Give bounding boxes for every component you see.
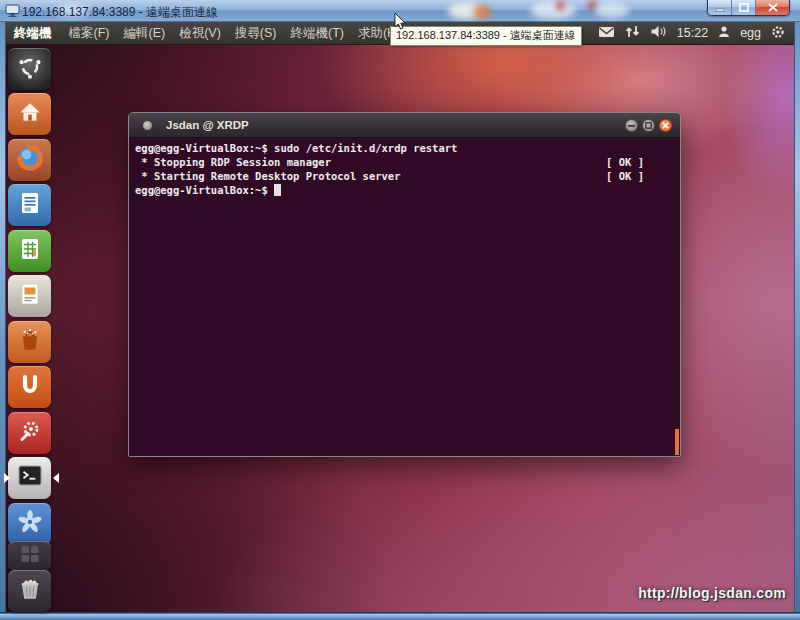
mouse-cursor: [394, 12, 407, 35]
menu-search[interactable]: 搜尋(S): [235, 25, 277, 42]
launcher-ubuntu-dash[interactable]: [8, 48, 51, 90]
status-ok: [ OK ]: [606, 169, 644, 183]
menu-edit[interactable]: 編輯(E): [123, 25, 165, 42]
user-icon[interactable]: [717, 25, 731, 42]
window-border-bottom: [0, 612, 800, 620]
terminal-minimize-button[interactable]: [625, 119, 638, 132]
focused-indicator-arrow: [53, 473, 59, 483]
glass-reflection: [473, 5, 491, 19]
software-center-bag-icon: [16, 326, 44, 358]
blue-shutter-icon: [16, 508, 44, 540]
session-gear-icon[interactable]: [770, 24, 786, 43]
glass-reflection: [530, 2, 576, 19]
terminal-close-button[interactable]: [659, 119, 672, 132]
launcher-system-settings[interactable]: [8, 412, 51, 454]
terminal-border-artifact: [675, 429, 679, 455]
terminal-window-controls: [625, 119, 672, 132]
launcher-libreoffice-calc[interactable]: [8, 230, 51, 272]
rdp-window-title: 192.168.137.84:3389 - 遠端桌面連線: [22, 4, 218, 21]
terminal-window-title: Jsdan @ XRDP: [166, 119, 249, 131]
launcher-workspace-switcher[interactable]: [8, 541, 51, 571]
mail-icon[interactable]: [598, 25, 615, 42]
ubuntu-one-u-icon: [17, 372, 43, 402]
menu-terminal[interactable]: 終端機(T): [290, 25, 343, 42]
close-button[interactable]: [756, 0, 789, 15]
minimize-button[interactable]: [708, 0, 732, 15]
remote-session-area: 終端機 檔案(F) 編輯(E) 檢視(V) 搜尋(S) 終端機(T) 求助(H)…: [6, 22, 794, 612]
terminal-prompt-icon: [16, 463, 44, 493]
launcher-ubuntu-one[interactable]: [8, 366, 51, 408]
launcher-libreoffice-writer[interactable]: [8, 184, 51, 226]
terminal-cursor: [274, 184, 281, 196]
firefox-icon: [15, 143, 45, 177]
ubuntu-logo-icon: [17, 54, 43, 84]
terminal-window: Jsdan @ XRDP egg@egg-Virtua: [128, 112, 681, 457]
clock[interactable]: 15:22: [677, 26, 708, 40]
user-name[interactable]: egg: [740, 26, 761, 40]
launcher-libreoffice-impress[interactable]: [8, 275, 51, 317]
terminal-line: egg@egg-VirtualBox:~$ sudo /etc/init.d/x…: [135, 141, 680, 155]
glass-reflection: [556, 1, 565, 10]
volume-icon[interactable]: [650, 24, 668, 42]
launcher-blue-shutter-app[interactable]: [8, 503, 51, 545]
connection-tooltip: 192.168.137.84:3389 - 遠端桌面連線: [390, 26, 582, 46]
terminal-line: * Stopping RDP Session manager[ OK ]: [135, 155, 680, 169]
calc-spreadsheet-icon: [17, 236, 43, 266]
rdp-remote-desktop-window: 192.168.137.84:3389 - 遠端桌面連線 終端機 檔案(F) 編…: [0, 0, 800, 620]
menu-view[interactable]: 檢視(V): [179, 25, 221, 42]
launcher-trash[interactable]: [8, 570, 51, 612]
window-border-right: [794, 22, 800, 620]
running-indicator-arrow: [4, 473, 10, 483]
blog-watermark: http://blog.jsdan.com: [638, 585, 786, 601]
trash-can-icon: [16, 575, 44, 607]
home-folder-icon: [17, 99, 43, 129]
rdp-client-icon: [5, 3, 20, 22]
terminal-line: * Starting Remote Desktop Protocol serve…: [135, 169, 680, 183]
indicator-tray: 15:22 egg: [598, 24, 794, 43]
desktop-background: Jsdan @ XRDP egg@egg-Virtua: [6, 45, 794, 612]
terminal-window-icon: [143, 121, 152, 130]
writer-document-icon: [17, 190, 43, 220]
menu-file[interactable]: 檔案(F): [69, 25, 110, 42]
workspace-grid-icon: [18, 543, 42, 569]
terminal-titlebar[interactable]: Jsdan @ XRDP: [129, 113, 680, 138]
network-updown-icon[interactable]: [624, 24, 641, 42]
impress-presentation-icon: [17, 281, 43, 311]
glass-reflection: [595, 3, 629, 18]
window-controls: [707, 0, 790, 16]
status-ok: [ OK ]: [606, 155, 644, 169]
launcher-firefox[interactable]: [8, 139, 51, 181]
terminal-maximize-button[interactable]: [642, 119, 655, 132]
terminal-line: egg@egg-VirtualBox:~$: [135, 183, 680, 197]
launcher-ubuntu-software-center[interactable]: [8, 321, 51, 363]
maximize-button[interactable]: [732, 0, 756, 15]
launcher-home-folder[interactable]: [8, 93, 51, 135]
panel-app-name: 終端機: [14, 25, 52, 42]
terminal-output[interactable]: egg@egg-VirtualBox:~$ sudo /etc/init.d/x…: [129, 138, 680, 456]
settings-gear-wrench-icon: [17, 418, 43, 448]
launcher-terminal[interactable]: [8, 457, 51, 499]
